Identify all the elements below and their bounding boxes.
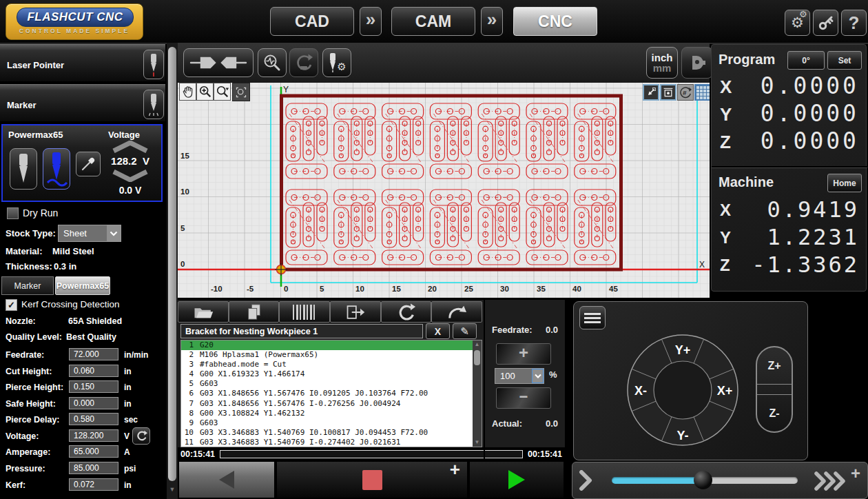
jump-to-line-button[interactable] <box>431 301 482 323</box>
gcode-line-current[interactable]: 1G20 <box>181 340 482 350</box>
top-bar: FLASHCUT CNC CONTROL MADE SIMPLE CAD » C… <box>0 0 868 44</box>
feed-override-down-button[interactable]: − <box>496 387 551 409</box>
stop-icon <box>362 470 382 490</box>
pierce-delay-input[interactable]: 0.580 <box>69 413 118 425</box>
scroll-down-icon[interactable]: ▼ <box>168 486 176 493</box>
speed-max-chevron-icon[interactable] <box>814 471 845 491</box>
kerf-crossing-checkbox[interactable]: ✓ <box>6 299 17 311</box>
amperage-input[interactable]: 65.000 <box>69 445 118 458</box>
safe-height-input[interactable]: 0.000 <box>69 397 118 409</box>
gcode-line[interactable]: 6G03 X1.848656 Y1.567476 I0.091205 J0.10… <box>181 389 482 398</box>
voltage-input[interactable]: 128.200 <box>69 429 118 442</box>
speed-min-chevron-icon[interactable] <box>578 470 593 491</box>
zoom-window-tool-button[interactable] <box>214 83 231 101</box>
jog-z-plus[interactable]: Z+ <box>757 347 792 385</box>
voltage-refresh-button[interactable] <box>132 427 150 445</box>
diagnostics-button[interactable] <box>258 48 287 77</box>
sidebar-scrollbar[interactable]: ▼ <box>167 43 178 499</box>
cad-button[interactable]: CAD <box>270 7 354 36</box>
trace-view-toggle-button[interactable] <box>232 83 250 101</box>
edit-program-button[interactable]: ✎ <box>453 323 477 339</box>
kerf-input[interactable]: 0.072 <box>69 478 118 491</box>
gcode-line[interactable]: 2M106 Hplasma1 (Powermax65) <box>181 350 482 360</box>
connect-button[interactable] <box>183 48 254 77</box>
cam-button[interactable]: CAM <box>391 7 475 36</box>
pressure-input[interactable]: 85.000 <box>69 462 118 474</box>
zoom-stock-button[interactable] <box>660 84 676 101</box>
cut-height-input[interactable]: 0.060 <box>69 365 118 377</box>
cam-to-cnc-chevron-icon[interactable]: » <box>481 7 503 36</box>
zoom-in-tool-button[interactable] <box>196 83 214 101</box>
voltage-down-arrow[interactable] <box>110 170 150 182</box>
gcode-line[interactable]: 10G03 X3.346883 Y1.540769 I0.100817 J0.0… <box>181 428 482 438</box>
program-zero-icon: # <box>679 86 692 99</box>
jog-speed-knob[interactable] <box>694 471 712 489</box>
set-button[interactable]: Set <box>827 51 862 70</box>
torch-on-button[interactable] <box>43 148 70 190</box>
cnc-button[interactable]: CNC <box>513 7 597 36</box>
home-button[interactable]: Home <box>827 174 862 192</box>
scroll-down-icon[interactable]: ▼ <box>473 438 482 447</box>
program-name-input[interactable]: Bracket for Nesting Workpiece 1 <box>180 324 423 338</box>
close-program-button[interactable]: X <box>426 323 450 339</box>
gcode-line[interactable]: 11G03 X3.346883 Y1.540769 I-0.274402 J0.… <box>181 438 482 447</box>
tab-marker[interactable]: Marker <box>1 276 54 295</box>
marker-button[interactable] <box>143 90 164 119</box>
laser-pointer-button[interactable] <box>143 50 164 79</box>
stock-type-select[interactable]: Sheet <box>58 225 121 242</box>
jog-y-plus[interactable]: Y+ <box>675 343 691 357</box>
add-breakpoint-icon[interactable]: + <box>450 459 460 480</box>
scroll-up-icon[interactable]: ▲ <box>473 340 482 349</box>
dry-run-label: Dry Run <box>23 207 58 218</box>
reset-program-button[interactable] <box>381 301 432 323</box>
dry-run-checkbox[interactable] <box>7 207 19 219</box>
torch-settings-button[interactable]: ⚙ <box>322 48 351 77</box>
unit-toggle-button[interactable]: inch mm <box>646 47 678 79</box>
rotate-zero-button[interactable]: 0° <box>787 51 825 70</box>
feed-override-up-button[interactable]: + <box>496 343 551 365</box>
help-button[interactable]: ? <box>841 10 867 36</box>
park-button[interactable] <box>681 47 713 79</box>
tab-powermax65[interactable]: Powermax65 <box>55 276 110 295</box>
program-zero-button[interactable]: # <box>677 84 694 101</box>
jog-y-minus[interactable]: Y- <box>676 429 688 442</box>
gcode-line[interactable]: 9G603 <box>181 418 482 428</box>
export-button[interactable] <box>330 301 381 323</box>
cad-to-cam-chevron-icon[interactable]: » <box>360 7 382 36</box>
workspace-viewport[interactable]: Y X -10 -5 0 5 10 15 20 25 30 35 40 45 1… <box>178 83 710 298</box>
copy-button[interactable] <box>229 301 280 323</box>
step-back-button[interactable] <box>179 462 274 498</box>
start-button[interactable] <box>470 462 564 498</box>
voltage-up-arrow[interactable] <box>110 141 150 153</box>
sidebar-scrollbar-thumb[interactable] <box>168 47 176 481</box>
gcode-line[interactable]: 7G03 X1.848656 Y1.567476 I-0.276256 J0.0… <box>181 399 482 409</box>
torch-off-button[interactable] <box>10 148 37 190</box>
jog-x-minus[interactable]: X- <box>634 384 647 398</box>
pan-tool-button[interactable] <box>179 83 196 101</box>
gcode-scrollbar-thumb[interactable] <box>474 350 480 365</box>
settings-button[interactable]: ⚙⚙ <box>785 10 810 36</box>
voltage-sample-button[interactable] <box>76 152 101 176</box>
stop-button[interactable]: + <box>277 462 467 498</box>
gcode-line[interactable]: 3#fabhead.mode = Cut <box>181 360 482 369</box>
speed-plus-icon[interactable]: + <box>851 464 860 483</box>
grid-toggle-button[interactable] <box>694 84 710 101</box>
gcode-line[interactable]: 8G00 X3.108824 Y1.462132 <box>181 409 482 418</box>
gcode-line[interactable]: 5G603 <box>181 379 482 389</box>
app-logo: FLASHCUT CNC CONTROL MADE SIMPLE <box>6 3 143 40</box>
pierce-height-input[interactable]: 0.150 <box>69 380 118 393</box>
feedrate-input[interactable]: 72.000 <box>69 348 118 360</box>
jog-z-minus[interactable]: Z- <box>757 395 792 431</box>
rotate-table-button[interactable] <box>289 48 318 77</box>
barcode-button[interactable] <box>279 301 330 323</box>
open-file-button[interactable] <box>178 301 229 323</box>
feed-override-select[interactable]: 100 <box>495 368 544 384</box>
cnc-toolbar: ⚙ inch mm <box>178 43 710 83</box>
jog-x-plus[interactable]: X+ <box>717 384 733 398</box>
jog-wheel[interactable]: Y+ X- X+ Y- <box>600 307 765 473</box>
gcode-scrollbar[interactable]: ▲ ▼ <box>473 340 482 447</box>
gcode-listing[interactable]: 1G20 2M106 Hplasma1 (Powermax65) 3#fabhe… <box>180 340 482 447</box>
license-key-button[interactable] <box>813 10 838 36</box>
zoom-extents-button[interactable] <box>643 84 659 101</box>
gcode-line[interactable]: 4G00 X1.619323 Y1.466174 <box>181 369 482 379</box>
